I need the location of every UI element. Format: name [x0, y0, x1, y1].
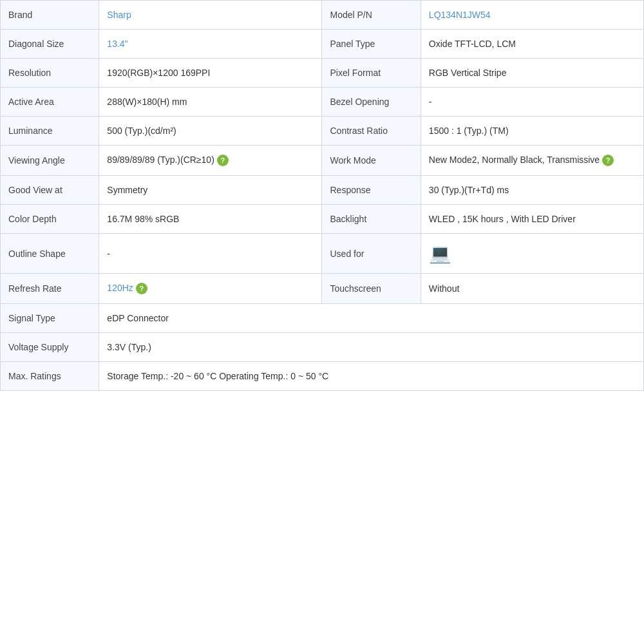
left-value-cell: 120Hz?	[99, 274, 322, 304]
left-label-cell: Luminance	[1, 117, 99, 146]
left-value-cell: 288(W)×180(H) mm	[99, 88, 322, 117]
left-label-cell: Brand	[1, 1, 99, 30]
left-value-link[interactable]: 120Hz	[107, 283, 133, 293]
value-cell-full: Storage Temp.: -20 ~ 60 °C Operating Tem…	[99, 362, 644, 391]
left-value-cell: 89/89/89/89 (Typ.)(CR≥10)?	[99, 146, 322, 176]
help-icon-right[interactable]: ?	[602, 155, 614, 166]
right-label-cell: Model P/N	[322, 1, 421, 30]
right-value-cell: LQ134N1JW54	[421, 1, 643, 30]
label-cell: Signal Type	[1, 304, 99, 333]
right-label-cell: Pixel Format	[322, 59, 421, 88]
right-value-link[interactable]: LQ134N1JW54	[429, 10, 491, 20]
help-icon[interactable]: ?	[136, 283, 147, 294]
left-label-cell: Good View at	[1, 176, 99, 205]
right-value-cell: 💻	[421, 234, 643, 274]
left-label-cell: Active Area	[1, 88, 99, 117]
help-icon[interactable]: ?	[217, 155, 229, 166]
left-value-cell: 1920(RGB)×1200 169PPI	[99, 59, 322, 88]
right-value-cell: Oxide TFT-LCD, LCM	[421, 30, 643, 59]
left-label-cell: Viewing Angle	[1, 146, 99, 176]
left-value-cell: Symmetry	[99, 176, 322, 205]
left-label-cell: Resolution	[1, 59, 99, 88]
specs-table: BrandSharpModel P/NLQ134N1JW54Diagonal S…	[0, 0, 644, 391]
label-cell: Max. Ratings	[1, 362, 99, 391]
right-value-cell: 30 (Typ.)(Tr+Td) ms	[421, 176, 643, 205]
value-cell-full: eDP Connector	[99, 304, 644, 333]
left-label-cell: Outline Shape	[1, 234, 99, 274]
right-label-cell: Touchscreen	[322, 274, 421, 304]
right-label-cell: Used for	[322, 234, 421, 274]
right-label-cell: Response	[322, 176, 421, 205]
left-label-cell: Diagonal Size	[1, 30, 99, 59]
label-cell: Voltage Supply	[1, 333, 99, 362]
laptop-icon: 💻	[429, 243, 451, 264]
left-label-cell: Color Depth	[1, 205, 99, 234]
right-value-cell: New Mode2, Normally Black, Transmissive?	[421, 146, 643, 176]
left-value-cell: 500 (Typ.)(cd/m²)	[99, 117, 322, 146]
right-label-cell: Work Mode	[322, 146, 421, 176]
left-label-cell: Refresh Rate	[1, 274, 99, 304]
left-value-cell: Sharp	[99, 1, 322, 30]
right-value-cell: RGB Vertical Stripe	[421, 59, 643, 88]
right-label-cell: Panel Type	[322, 30, 421, 59]
left-value-cell: 13.4"	[99, 30, 322, 59]
right-value-cell: -	[421, 88, 643, 117]
left-value-link[interactable]: 13.4"	[107, 39, 128, 49]
right-label-cell: Contrast Ratio	[322, 117, 421, 146]
left-value-cell: -	[99, 234, 322, 274]
left-value-link[interactable]: Sharp	[107, 10, 131, 20]
left-value-cell: 16.7M 98% sRGB	[99, 205, 322, 234]
right-label-cell: Bezel Opening	[322, 88, 421, 117]
right-value-cell: 1500 : 1 (Typ.) (TM)	[421, 117, 643, 146]
right-label-cell: Backlight	[322, 205, 421, 234]
right-value-cell: WLED , 15K hours , With LED Driver	[421, 205, 643, 234]
right-value-cell: Without	[421, 274, 643, 304]
value-cell-full: 3.3V (Typ.)	[99, 333, 644, 362]
